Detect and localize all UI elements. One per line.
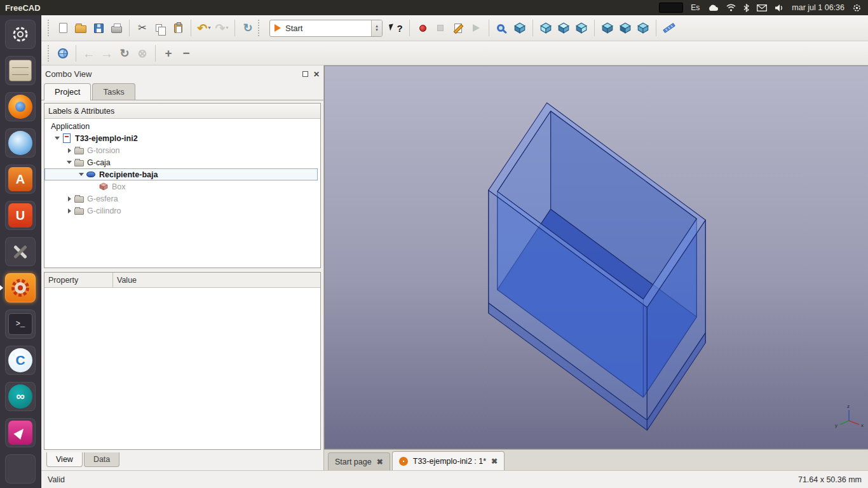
tab-view[interactable]: View [46,452,83,467]
new-document-button[interactable] [54,18,72,37]
cloud-sync-icon[interactable] [707,4,719,11]
stop-cross-icon: ⊗ [137,48,147,59]
browser-back-button[interactable]: ← [80,44,98,63]
clock[interactable]: mar jul 1 06:36 [792,3,844,12]
measure-button[interactable] [660,18,678,37]
expander-open-icon[interactable] [78,173,85,176]
indicator-applet-icon[interactable] [659,3,683,13]
status-bar: Valid 71.64 x 50.36 mm [41,470,868,488]
tree-item-box[interactable]: Box [44,180,320,193]
freecad-window: ✂ ↶▾ ↷▾ ↻ Start ▴ ▾ ? [41,15,868,488]
paste-button[interactable] [169,18,187,37]
macro-stop-button[interactable] [431,18,449,37]
tree-item-g-cilindro[interactable]: G-cilindro [44,205,320,217]
tab-close-icon[interactable]: ✖ [377,458,383,466]
fit-all-button[interactable] [493,18,511,37]
launcher-item-app-pink[interactable] [5,418,36,447]
column-header-value[interactable]: Value [113,273,320,287]
launcher-item-app-c[interactable]: C [5,346,36,375]
toolbar-separator [532,20,533,36]
tab-close-icon[interactable]: ✖ [491,457,498,466]
zoom-out-button[interactable]: − [177,44,195,63]
volume-icon[interactable] [775,4,784,12]
undo-icon: ↶ [198,22,208,34]
view-bottom-button[interactable] [616,18,634,37]
tab-data[interactable]: Data [84,452,119,467]
tree-item-recipiente-baja[interactable]: Recipiente-baja [44,168,318,180]
tree-item-g-caja[interactable]: G-caja [44,156,320,168]
view-left-button[interactable] [634,18,652,37]
freecad-gear-icon [10,278,31,298]
tree-item-g-torsion[interactable]: G-torsion [44,144,320,156]
launcher-item-partial[interactable] [5,454,36,484]
launcher-item-terminal[interactable]: >_ [5,309,36,339]
whats-this-button[interactable]: ? [388,18,405,37]
browser-forward-button[interactable]: → [98,44,116,63]
refresh-button[interactable]: ↻ [239,18,257,37]
open-button[interactable] [72,18,90,37]
network-icon[interactable] [726,4,736,11]
dash-home-button[interactable] [5,20,36,49]
launcher-item-arduino[interactable]: ∞ [5,382,36,411]
save-button[interactable] [90,18,107,37]
window-title: FreeCAD [5,3,41,13]
view-right-button[interactable] [573,18,590,37]
tab-tasks[interactable]: Tasks [92,83,135,100]
launcher-item-file-manager[interactable] [5,56,36,85]
workbench-selector[interactable]: Start ▴ ▾ [269,20,383,37]
expander-open-icon[interactable] [65,161,73,164]
launcher-item-app-a[interactable]: A [5,165,36,194]
expander-open-icon[interactable] [53,137,61,140]
print-button[interactable] [107,18,125,37]
tree-item-g-esfera[interactable]: G-esfera [44,193,320,205]
view-front-button[interactable] [537,18,555,37]
bluetooth-icon[interactable] [743,4,749,12]
toolbar-drag-handle[interactable] [48,20,50,36]
launcher-item-freecad[interactable] [5,273,36,302]
keyboard-layout-indicator[interactable]: Es [691,3,700,12]
browser-stop-button[interactable]: ⊗ [133,44,151,63]
redo-button[interactable]: ↷▾ [213,18,231,37]
axonometric-cube-icon [513,22,526,34]
tab-project[interactable]: Project [44,83,91,100]
launcher-item-ubuntu-software[interactable]: U [5,201,36,230]
view-axonometric-button[interactable] [511,18,529,37]
column-header-property[interactable]: Property [44,273,113,287]
expander-closed-icon[interactable] [65,208,73,214]
panel-float-button[interactable] [302,71,308,77]
macro-edit-button[interactable] [449,18,467,37]
launcher-item-firefox[interactable] [5,92,36,121]
toolbar-drag-handle[interactable] [258,20,261,36]
cut-button[interactable]: ✂ [133,18,151,37]
status-message: Valid [48,475,65,484]
expander-closed-icon[interactable] [65,148,73,153]
panel-close-button[interactable]: ✕ [313,71,320,78]
view-rear-button[interactable] [599,18,616,37]
launcher-item-system-settings[interactable] [5,237,36,266]
browser-refresh-button[interactable]: ↻ [116,44,133,63]
3d-viewport[interactable]: x y z [324,65,868,449]
macro-play-button[interactable] [467,18,485,37]
macro-record-button[interactable] [414,18,431,37]
web-home-button[interactable] [54,44,72,63]
zoom-in-button[interactable]: + [159,44,177,63]
toolbar-drag-handle[interactable] [48,45,50,62]
tree-item-t33-ejemplo-ini2[interactable]: T33-ejemplo-ini2 [44,132,320,144]
tab-start-page[interactable]: Start page ✖ [328,452,390,470]
tree-item-application[interactable]: Application [44,120,320,132]
combo-view-titlebar[interactable]: Combo View ✕ [41,65,323,83]
view-top-button[interactable] [555,18,573,37]
expander-closed-icon[interactable] [65,196,73,201]
launcher-item-browser[interactable] [5,128,36,158]
undo-button[interactable]: ↶▾ [195,18,213,37]
tab-t33-ejemplo-ini2[interactable]: T33-ejemplo-ini2 : 1* ✖ [392,451,505,470]
folder-icon [73,194,85,203]
new-document-icon [59,23,67,33]
property-table-body[interactable] [44,288,320,449]
session-gear-icon[interactable] [852,3,862,13]
workbench-selector-spinner[interactable]: ▴ ▾ [371,20,382,36]
copy-button[interactable] [151,18,169,37]
mail-icon[interactable] [757,4,767,11]
workbench-selector-value: Start [285,24,302,33]
toolbar-separator [155,45,156,62]
